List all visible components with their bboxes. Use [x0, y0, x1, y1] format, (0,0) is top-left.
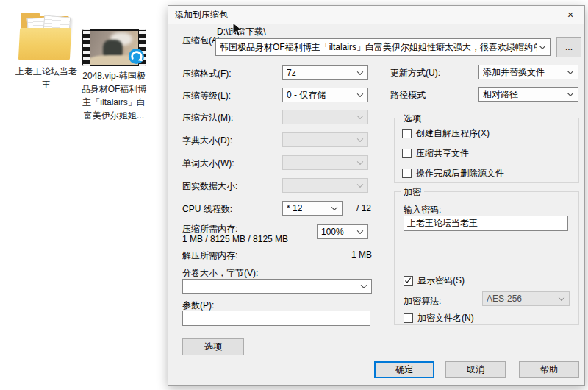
delete-after-label: 操作完成后删除源文件: [416, 167, 504, 180]
show-password-label: 显示密码(S): [417, 274, 465, 287]
method-label: 压缩方法(M):: [182, 112, 233, 124]
update-mode-select[interactable]: 添加并替换文件: [478, 65, 578, 79]
help-button-label: 帮助: [540, 364, 558, 376]
encryption-group-title: 加密: [401, 186, 424, 199]
parameters-input[interactable]: [182, 311, 370, 326]
options-button-label: 选项: [204, 341, 222, 353]
word-size-label: 单词大小(W):: [182, 157, 234, 170]
dialog-titlebar[interactable]: 添加到压缩包 ×: [168, 6, 584, 24]
add-to-archive-dialog: 添加到压缩包 × 压缩包(A) D:\迅雷下载\ 韩国极品身材OF福利博主「il…: [168, 5, 585, 386]
solid-block-label: 固实数据大小:: [182, 180, 237, 193]
desktop: 上老王论坛当老 王 2048.vip-韩国极 品身材OF福利博 主「iltala…: [0, 0, 588, 390]
thunder-player-icon: [128, 48, 145, 65]
cpu-threads-value: * 12: [287, 203, 302, 213]
options-button[interactable]: 选项: [182, 338, 244, 355]
browse-button-label: ...: [565, 42, 573, 52]
checkbox-icon: [402, 169, 412, 178]
chevron-down-icon: [357, 182, 363, 188]
cpu-threads-select[interactable]: * 12: [282, 201, 343, 216]
level-select[interactable]: 0 - 仅存储: [282, 88, 368, 102]
dictionary-label: 字典大小(D):: [182, 135, 232, 147]
memory-usage-value: 1 MB / 8125 MB / 8125 MB: [182, 234, 288, 244]
cpu-threads-total: / 12: [356, 203, 371, 213]
options-group: 选项 创建自解压程序(X) 压缩共享文件 操作完成后删除源文件: [394, 118, 579, 183]
video-label-line: 品身材OF福利博: [75, 82, 153, 96]
chevron-down-icon: [357, 69, 363, 75]
solid-block-select: [282, 178, 368, 193]
cancel-button[interactable]: 取消: [445, 361, 506, 378]
chevron-down-icon: [357, 91, 363, 97]
folder-icon[interactable]: [18, 12, 75, 63]
memory-percent-select[interactable]: 100%: [317, 224, 368, 239]
level-value: 0 - 仅存储: [287, 89, 326, 102]
cipher-value: AES-256: [487, 294, 522, 304]
create-sfx-label: 创建自解压程序(X): [416, 127, 490, 140]
cipher-select: AES-256: [482, 291, 570, 306]
ok-button[interactable]: 确定: [374, 361, 434, 378]
chevron-down-icon: [357, 136, 363, 142]
video-file-icon[interactable]: [82, 29, 146, 66]
close-button[interactable]: ×: [556, 6, 584, 23]
checkbox-icon: [402, 149, 412, 158]
update-mode-label: 更新方式(U):: [390, 67, 440, 79]
encrypt-filenames-label: 加密文件名(N): [417, 312, 474, 325]
cipher-label: 加密算法:: [404, 295, 441, 308]
chevron-down-icon: [331, 205, 337, 210]
password-input[interactable]: [404, 216, 568, 231]
path-mode-value: 相对路径: [483, 88, 518, 101]
video-label-line: 2048.vip-韩国极: [75, 69, 153, 82]
format-value: 7z: [287, 68, 296, 78]
chevron-down-icon: [539, 43, 545, 49]
show-password-checkbox[interactable]: 显示密码(S): [404, 274, 465, 287]
format-label: 压缩格式(F):: [182, 68, 232, 80]
cancel-button-label: 取消: [467, 364, 484, 376]
volume-size-label: 分卷大小，字节(V):: [182, 267, 258, 280]
browse-button[interactable]: ...: [556, 37, 581, 57]
video-label-line: 富美伊尔姐姐...: [75, 109, 153, 122]
password-label: 输入密码:: [404, 204, 441, 216]
checkbox-checked-icon: [404, 276, 413, 286]
create-sfx-checkbox[interactable]: 创建自解压程序(X): [402, 127, 490, 140]
volume-size-combobox[interactable]: [182, 279, 372, 294]
dialog-title: 添加到压缩包: [168, 9, 228, 21]
chevron-down-icon: [357, 159, 363, 165]
path-mode-select[interactable]: 相对路径: [478, 87, 578, 102]
cpu-threads-label: CPU 线程数:: [182, 203, 232, 216]
ok-button-label: 确定: [395, 364, 413, 376]
filmstrip-holes-icon: [83, 29, 90, 66]
word-size-select: [282, 155, 368, 170]
decompress-memory-value: 1 MB: [315, 249, 372, 260]
check-icon: [405, 277, 411, 283]
help-button[interactable]: 帮助: [519, 361, 579, 378]
encryption-group: 加密 输入密码: 显示密码(S) 加密算法: AES-256 加密文件名(N): [394, 191, 579, 325]
update-mode-value: 添加并替换文件: [483, 66, 545, 79]
video-label-line: 主「iltalairs」白: [75, 96, 153, 109]
options-group-title: 选项: [401, 113, 424, 125]
folder-front-shape: [18, 28, 71, 60]
chevron-down-icon: [567, 68, 573, 74]
level-label: 压缩等级(L):: [182, 90, 231, 102]
compress-shared-label: 压缩共享文件: [416, 147, 469, 160]
encrypt-filenames-checkbox[interactable]: 加密文件名(N): [404, 312, 474, 325]
video-file-label[interactable]: 2048.vip-韩国极 品身材OF福利博 主「iltalairs」白 富美伊尔…: [75, 69, 153, 122]
checkbox-icon: [402, 129, 412, 138]
chevron-down-icon: [567, 91, 573, 96]
mouse-cursor-icon: [232, 22, 243, 38]
delete-after-checkbox[interactable]: 操作完成后删除源文件: [402, 167, 504, 180]
format-select[interactable]: 7z: [282, 65, 368, 80]
chevron-down-icon: [357, 228, 363, 234]
archive-name-combobox[interactable]: 韩国极品身材OF福利博主「iltalairs」白富美伊尔姐姐性癖太强大，很喜欢绿…: [215, 38, 551, 56]
compress-shared-checkbox[interactable]: 压缩共享文件: [402, 147, 469, 160]
close-icon: ×: [567, 9, 573, 21]
checkbox-icon: [404, 313, 413, 323]
path-mode-label: 路径模式: [390, 89, 426, 102]
archive-name-text: 韩国极品身材OF福利博主「iltalairs」白富美伊尔姐姐性癖太强大，很喜欢绿…: [220, 41, 537, 54]
decompress-memory-label: 解压所需内存:: [182, 249, 237, 262]
chevron-down-icon: [357, 113, 363, 119]
method-select: [282, 110, 368, 124]
chevron-down-icon: [559, 295, 564, 301]
dictionary-select: [282, 132, 368, 147]
chevron-down-icon: [361, 283, 367, 288]
memory-percent-value: 100%: [321, 227, 344, 237]
